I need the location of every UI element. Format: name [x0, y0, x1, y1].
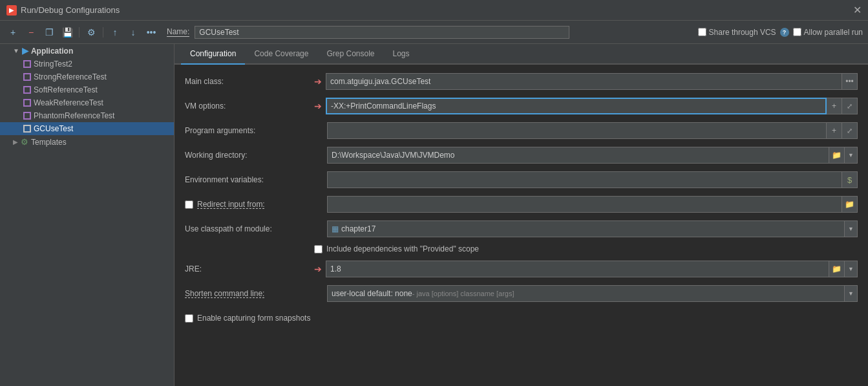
name-label: Name: — [167, 27, 189, 37]
vm-options-arrow: ➔ — [314, 101, 322, 111]
class-icon-strongreferencetest — [23, 73, 31, 81]
vm-options-plus-button[interactable]: + — [827, 98, 842, 114]
program-args-input-group: + ⤢ — [327, 122, 858, 139]
program-args-label: Program arguments: — [185, 126, 314, 135]
jre-input[interactable] — [326, 261, 829, 277]
main-class-more-button[interactable]: ••• — [842, 73, 858, 90]
app-icon: ▶ — [6, 5, 17, 16]
close-button[interactable]: ✕ — [853, 4, 862, 16]
tab-logs[interactable]: Logs — [384, 44, 419, 65]
include-deps-checkbox[interactable] — [314, 245, 323, 253]
down-button[interactable]: ↓ — [125, 25, 141, 40]
module-label: Use classpath of module: — [185, 224, 314, 233]
chevron-right-icon: ▶ — [13, 138, 18, 145]
main-class-input-group: ••• — [326, 73, 858, 90]
redirect-folder-button[interactable]: 📁 — [842, 196, 858, 213]
application-icon: ▶ — [22, 46, 28, 56]
window-title: Run/Debug Configurations — [21, 5, 120, 15]
help-icon[interactable]: ? — [780, 28, 789, 37]
jre-label: JRE: — [185, 264, 314, 273]
parallel-checkbox[interactable] — [793, 28, 801, 36]
working-dir-label: Working directory: — [185, 151, 314, 160]
capturing-row: Enable capturing form snapshots — [185, 309, 858, 327]
module-icon: ▦ — [332, 224, 339, 233]
sidebar-item-stringtest2[interactable]: StringTest2 — [0, 58, 174, 70]
module-dropdown-button[interactable]: ▼ — [845, 220, 858, 237]
shorten-value: user-local default: none — [332, 289, 412, 298]
sidebar-item-templates[interactable]: ▶ ⚙ Templates — [0, 135, 174, 149]
vm-options-input[interactable] — [326, 98, 827, 114]
class-icon-weakreferencetest — [23, 99, 31, 107]
sidebar-item-gcusetest[interactable]: GCUseTest — [0, 122, 174, 135]
sidebar-label-application: Application — [31, 47, 73, 56]
program-args-expand-button[interactable]: ⤢ — [842, 122, 858, 139]
program-args-input[interactable] — [327, 122, 827, 139]
main-layout: ▼ ▶ Application StringTest2 StrongRefere… — [0, 44, 868, 386]
parallel-label: Allow parallel run — [793, 28, 863, 37]
add-button[interactable]: + — [5, 25, 21, 40]
separator-2 — [103, 27, 103, 38]
program-args-row: Program arguments: + ⤢ — [185, 122, 858, 140]
share-label: Share through VCS — [698, 28, 776, 37]
redirect-label: Redirect input from: — [197, 200, 265, 209]
tab-code-coverage[interactable]: Code Coverage — [245, 44, 317, 65]
sidebar-label-phantomreferencetest: PhantomReferenceTest — [34, 111, 114, 120]
shorten-dropdown-button[interactable]: ▼ — [845, 285, 858, 302]
include-deps-row: Include dependencies with "Provided" sco… — [314, 244, 858, 253]
jre-arrow: ➔ — [314, 264, 322, 274]
sidebar-item-strongreferencetest[interactable]: StrongReferenceTest — [0, 70, 174, 83]
tabs: Configuration Code Coverage Grep Console… — [175, 44, 868, 65]
settings-button[interactable]: ⚙ — [83, 25, 99, 40]
redirect-row: Redirect input from: 📁 — [185, 195, 858, 213]
sidebar-label-stringtest2: StringTest2 — [34, 59, 72, 69]
config-name-input[interactable] — [195, 26, 569, 39]
vm-options-label: VM options: — [185, 102, 314, 111]
save-button[interactable]: 💾 — [59, 25, 75, 40]
main-class-arrow: ➔ — [314, 76, 322, 87]
sidebar-label-gcusetest: GCUseTest — [34, 124, 73, 133]
working-dir-folder-button[interactable]: 📁 — [829, 147, 845, 164]
class-icon-stringtest2 — [23, 60, 31, 68]
jre-folder-button[interactable]: 📁 — [829, 261, 845, 277]
env-vars-label: Environment variables: — [185, 175, 314, 184]
name-section: Name: — [167, 26, 569, 39]
module-select-display[interactable]: ▦ chapter17 — [327, 220, 845, 237]
content-area: Configuration Code Coverage Grep Console… — [175, 44, 868, 386]
shorten-suffix: - java [options] classname [args] — [412, 290, 514, 297]
sidebar-item-phantomreferencetest[interactable]: PhantomReferenceTest — [0, 109, 174, 122]
share-section: Share through VCS ? Allow parallel run — [698, 28, 863, 37]
capturing-checkbox[interactable] — [185, 314, 193, 323]
sidebar-item-weakreferencetest[interactable]: WeakReferenceTest — [0, 96, 174, 109]
copy-button[interactable]: ❐ — [41, 25, 57, 40]
up-button[interactable]: ↑ — [107, 25, 123, 40]
sidebar-item-application[interactable]: ▼ ▶ Application — [0, 44, 174, 58]
vm-options-expand-button[interactable]: ⤢ — [842, 98, 858, 114]
sidebar-label-weakreferencetest: WeakReferenceTest — [34, 98, 103, 107]
env-vars-dollar-button[interactable]: $ — [842, 171, 858, 188]
redirect-checkbox[interactable] — [185, 200, 193, 209]
separator-1 — [79, 27, 79, 38]
tab-configuration[interactable]: Configuration — [181, 44, 245, 65]
share-checkbox[interactable] — [698, 28, 706, 36]
jre-input-group: 📁 ▼ — [326, 261, 858, 277]
shorten-label: Shorten command line: — [185, 289, 314, 298]
program-args-plus-button[interactable]: + — [827, 122, 842, 139]
shorten-display[interactable]: user-local default: none - java [options… — [327, 285, 845, 302]
remove-button[interactable]: − — [23, 25, 39, 40]
main-class-input[interactable] — [326, 73, 842, 90]
env-vars-input[interactable] — [327, 171, 842, 188]
jre-row: JRE: ➔ 📁 ▼ — [185, 260, 858, 278]
jre-dropdown-button[interactable]: ▼ — [845, 261, 858, 277]
sidebar-item-softreferencetest[interactable]: SoftReferenceTest — [0, 83, 174, 96]
title-bar-left: ▶ Run/Debug Configurations — [6, 5, 120, 16]
more-button[interactable]: ••• — [143, 25, 159, 40]
share-text: Share through VCS — [709, 28, 776, 37]
tab-grep-console[interactable]: Grep Console — [317, 44, 383, 65]
sidebar-label-strongreferencetest: StrongReferenceTest — [34, 72, 107, 81]
working-dir-dropdown-button[interactable]: ▼ — [845, 147, 858, 164]
form-area: Main class: ➔ ••• VM options: ➔ + ⤢ — [175, 65, 868, 341]
redirect-input[interactable] — [327, 196, 842, 213]
env-vars-input-group: $ — [327, 171, 858, 188]
capturing-label: Enable capturing form snapshots — [197, 314, 310, 323]
working-dir-input[interactable] — [327, 147, 829, 164]
